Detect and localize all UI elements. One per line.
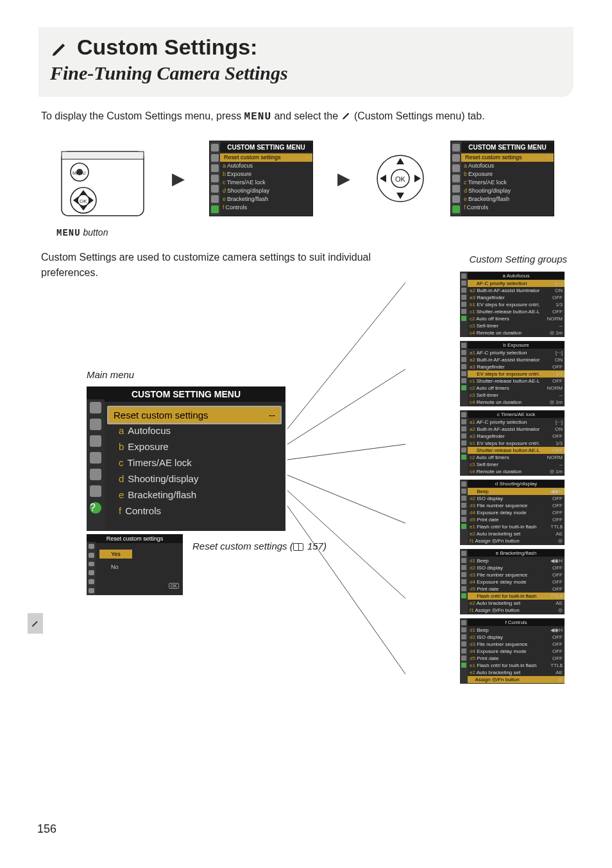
menu-key-label: MENU xyxy=(244,111,271,123)
svg-text:MENU: MENU xyxy=(72,171,86,175)
settings-group-panel: c Timers/AE locka1 AF-C priority selecti… xyxy=(460,410,565,476)
intro2-text: Custom Settings are used to customize ca… xyxy=(41,250,394,281)
groups-label: Custom Setting groups xyxy=(469,254,567,265)
settings-group-panel: b Exposurea1 AF-C priority selection[···… xyxy=(460,341,565,406)
main-menu-panel: CUSTOM SETTING MENU ? Reset custom setti… xyxy=(87,386,285,531)
reset-no: No xyxy=(99,562,130,571)
ok-indicator: OK xyxy=(169,583,179,589)
intro-text: To display the Custom Settings menu, pre… xyxy=(41,108,571,125)
pencil-icon xyxy=(50,39,69,58)
svg-text:OK: OK xyxy=(80,198,87,204)
lcd-custom-menu-2: CUSTOM SETTING MENU Reset custom setting… xyxy=(450,141,554,216)
lcd-custom-menu-1: CUSTOM SETTING MENU Reset custom setting… xyxy=(209,141,313,216)
page-side-tab xyxy=(28,613,43,634)
page-title: Custom Settings: xyxy=(77,35,257,60)
pencil-icon xyxy=(341,110,352,121)
settings-group-column: a Autofocusa1 AF-C priority selection[··… xyxy=(460,272,565,688)
main-menu-label: Main menu xyxy=(87,369,134,380)
title-block: Custom Settings: Fine-Tuning Camera Sett… xyxy=(38,27,574,97)
figure-row: MENU OK ▶ CUSTOM SETTING MENU Reset cust… xyxy=(58,134,554,223)
arrow-icon: ▶ xyxy=(337,169,350,189)
ok-multiselector-illustration: OK xyxy=(375,153,426,204)
menu-button-caption: MENU button xyxy=(56,227,574,238)
svg-line-20 xyxy=(287,369,405,444)
settings-group-panel: e Bracketing/flashd1 Beep◀◉Hd2 ISO displ… xyxy=(460,549,565,614)
pencil-icon xyxy=(31,619,40,628)
svg-line-21 xyxy=(287,444,405,460)
camera-back-illustration: MENU OK xyxy=(58,134,148,223)
svg-rect-1 xyxy=(62,152,144,159)
arrow-icon: ▶ xyxy=(172,169,185,189)
reset-yes: Yes xyxy=(99,550,132,559)
connector-lines xyxy=(287,276,405,738)
settings-group-panel: d Shooting/displayd1 Beep◀◉Hd2 ISO displ… xyxy=(460,480,565,545)
settings-group-panel: a Autofocusa1 AF-C priority selection[··… xyxy=(460,272,565,337)
reset-caption: Reset custom settings ( 157) xyxy=(192,541,327,551)
svg-line-19 xyxy=(287,282,405,429)
svg-line-24 xyxy=(287,506,405,674)
reset-dialog: Reset custom settings Yes No OK xyxy=(87,534,183,595)
page-subtitle: Fine-Tuning Camera Settings xyxy=(50,62,561,84)
page-number: 156 xyxy=(37,822,56,836)
svg-text:OK: OK xyxy=(395,175,406,183)
svg-line-22 xyxy=(287,475,405,523)
book-icon xyxy=(293,543,303,551)
settings-group-panel: f Controlsd1 Beep◀◉Hd2 ISO displayOFFd3 … xyxy=(460,618,565,684)
